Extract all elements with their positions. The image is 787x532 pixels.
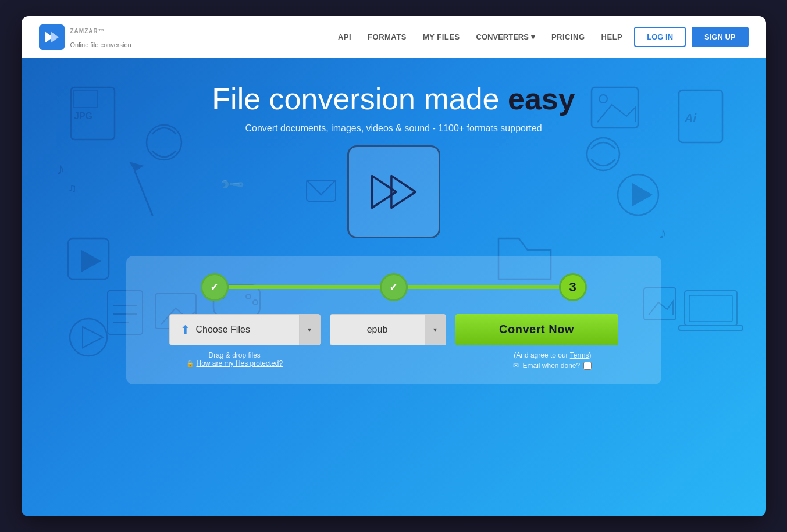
svg-rect-7 xyxy=(68,238,109,279)
choose-files-label: Choose Files xyxy=(196,324,250,335)
file-info: Drag & drop files 🔒 How are my files pro… xyxy=(155,351,314,367)
choose-files-main: ⬆ Choose Files xyxy=(170,315,299,345)
hero-title-plain: File conversion made xyxy=(212,82,508,116)
step-2-circle: ✓ xyxy=(380,273,408,301)
logo-name-text: ZAMZAR xyxy=(70,27,98,34)
step-line-1 xyxy=(229,285,380,289)
file-protection-link[interactable]: 🔒 How are my files protected? xyxy=(155,359,314,367)
svg-rect-27 xyxy=(685,291,737,326)
logo-icon xyxy=(39,24,65,50)
svg-text:♪: ♪ xyxy=(658,224,667,242)
svg-point-16 xyxy=(618,174,658,215)
svg-rect-2 xyxy=(71,87,115,140)
logo-name: ZAMZAR™ xyxy=(70,26,131,41)
nav-link-pricing[interactable]: PRICING xyxy=(551,33,585,41)
terms-prefix: (And agree to our xyxy=(514,351,570,359)
svg-marker-32 xyxy=(129,162,144,172)
format-arrow-icon: ▾ xyxy=(433,326,437,334)
svg-text:JPG: JPG xyxy=(74,111,92,121)
login-button[interactable]: LOG IN xyxy=(634,27,686,47)
signup-button[interactable]: SIGN UP xyxy=(692,27,748,47)
svg-point-13 xyxy=(599,95,607,103)
nav-buttons: LOG IN SIGN UP xyxy=(634,27,748,47)
step-3-circle: 3 xyxy=(559,273,587,301)
svg-text:♪: ♪ xyxy=(56,160,65,178)
drag-drop-text: Drag & drop files xyxy=(155,351,314,359)
email-checkbox[interactable] xyxy=(583,362,592,370)
conversion-widget: ✓ ✓ 3 ⬆ Choose Files xyxy=(126,256,661,384)
main-content: JPG ♪ ♫ 🔧 xyxy=(22,58,766,516)
format-dropdown-arrow[interactable]: ▾ xyxy=(425,315,446,345)
svg-point-24 xyxy=(70,319,107,356)
nav-link-converters[interactable]: CONVERTERS ▾ xyxy=(476,33,535,41)
browser-frame: ZAMZAR™ Online file conversion API FORMA… xyxy=(22,16,766,516)
logo-tm: ™ xyxy=(98,27,105,34)
step-3-label: 3 xyxy=(569,280,576,295)
svg-line-31 xyxy=(135,172,152,215)
svg-text:Ai: Ai xyxy=(684,112,696,124)
hero-title-bold: easy xyxy=(508,82,575,116)
converters-chevron-icon: ▾ xyxy=(531,33,535,41)
hero-title: File conversion made easy xyxy=(212,81,575,116)
convert-button[interactable]: Convert Now xyxy=(455,314,618,345)
below-controls: Drag & drop files 🔒 How are my files pro… xyxy=(149,351,638,370)
step-2-label: ✓ xyxy=(389,281,398,294)
convert-info: (And agree to our Terms) ✉ Email when do… xyxy=(473,351,632,370)
svg-marker-1 xyxy=(51,31,59,43)
svg-rect-4 xyxy=(74,90,97,108)
email-icon: ✉ xyxy=(513,362,519,370)
nav-link-my-files[interactable]: MY FILES xyxy=(423,33,460,41)
svg-rect-28 xyxy=(689,295,732,322)
navbar: ZAMZAR™ Online file conversion API FORMA… xyxy=(22,16,766,58)
nav-link-formats[interactable]: FORMATS xyxy=(368,33,407,41)
svg-marker-8 xyxy=(81,250,101,272)
controls-row: ⬆ Choose Files ▾ epub ▾ Convert Now xyxy=(149,314,638,345)
email-label: Email when done? xyxy=(522,362,580,370)
terms-suffix: ) xyxy=(589,351,591,359)
svg-point-9 xyxy=(147,125,181,160)
logo-area: ZAMZAR™ Online file conversion xyxy=(39,24,131,50)
lock-icon: 🔒 xyxy=(186,360,194,367)
steps-progress: ✓ ✓ 3 xyxy=(149,273,638,301)
svg-rect-12 xyxy=(592,87,638,128)
step-1-label: ✓ xyxy=(210,281,219,294)
step-line-2 xyxy=(408,285,559,289)
hero-section: File conversion made easy Convert docume… xyxy=(212,81,575,250)
svg-text:♫: ♫ xyxy=(68,181,77,194)
center-logo xyxy=(347,145,440,238)
svg-marker-17 xyxy=(632,183,653,206)
upload-icon: ⬆ xyxy=(180,323,190,337)
logo-tagline: Online file conversion xyxy=(70,41,131,48)
choose-files-button[interactable]: ⬆ Choose Files ▾ xyxy=(169,314,321,345)
step-1-circle: ✓ xyxy=(201,273,229,301)
dropdown-arrow-icon: ▾ xyxy=(308,326,311,334)
svg-rect-14 xyxy=(679,90,722,142)
format-value: epub xyxy=(330,315,425,345)
nav-links: API FORMATS MY FILES CONVERTERS ▾ PRICIN… xyxy=(338,33,622,41)
svg-rect-29 xyxy=(679,326,743,330)
logo-text: ZAMZAR™ Online file conversion xyxy=(70,26,131,48)
nav-link-help[interactable]: HELP xyxy=(601,33,623,41)
svg-point-26 xyxy=(587,138,619,170)
choose-files-dropdown-arrow[interactable]: ▾ xyxy=(299,315,320,345)
hero-subtitle: Convert documents, images, videos & soun… xyxy=(212,123,575,134)
terms-text: (And agree to our Terms) xyxy=(473,351,632,359)
file-protection-anchor[interactable]: How are my files protected? xyxy=(196,359,283,367)
svg-marker-25 xyxy=(83,327,103,348)
email-row: ✉ Email when done? xyxy=(473,362,632,370)
terms-link[interactable]: Terms xyxy=(570,351,589,359)
format-select[interactable]: epub ▾ xyxy=(330,314,446,345)
nav-link-api[interactable]: API xyxy=(338,33,351,41)
